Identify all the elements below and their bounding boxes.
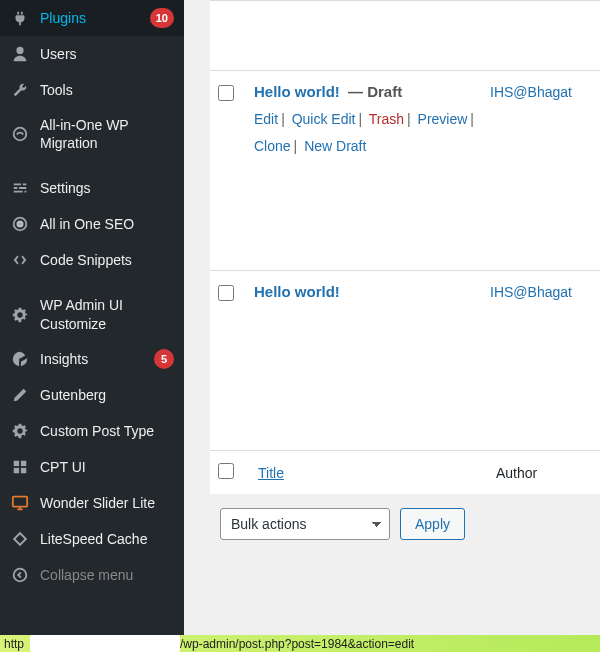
select-row-checkbox[interactable]: [218, 285, 234, 301]
sliders-icon: [10, 178, 30, 198]
sidebar-item-tools[interactable]: Tools: [0, 72, 184, 108]
grid-icon: [10, 457, 30, 477]
admin-sidebar: Plugins 10 Users Tools All-in-One WP Mig…: [0, 0, 184, 635]
sidebar-item-label: Plugins: [40, 9, 136, 27]
trash-link[interactable]: Trash: [369, 111, 404, 127]
sidebar-item-label: All in One SEO: [40, 215, 174, 233]
sidebar-item-code-snippets[interactable]: Code Snippets: [0, 242, 184, 278]
collapse-icon: [10, 565, 30, 585]
sidebar-item-litespeed-cache[interactable]: LiteSpeed Cache: [0, 521, 184, 557]
sidebar-item-custom-post-type[interactable]: Custom Post Type: [0, 413, 184, 449]
plug-icon: [10, 8, 30, 28]
update-badge: 10: [150, 8, 174, 28]
collapse-menu[interactable]: Collapse menu: [0, 557, 184, 593]
sidebar-item-label: All-in-One WP Migration: [40, 116, 174, 152]
new-draft-link[interactable]: New Draft: [304, 138, 366, 154]
redacted-mask: [30, 635, 180, 652]
post-status: — Draft: [348, 83, 402, 100]
author-link[interactable]: IHS@Bhagat: [490, 84, 572, 100]
select-row-checkbox[interactable]: [218, 85, 234, 101]
sidebar-item-cpt-ui[interactable]: CPT UI: [0, 449, 184, 485]
svg-rect-6: [21, 468, 26, 473]
sidebar-item-label: LiteSpeed Cache: [40, 530, 174, 548]
sidebar-item-label: CPT UI: [40, 458, 174, 476]
column-header-title[interactable]: Title: [242, 465, 496, 481]
sidebar-item-label: Collapse menu: [40, 566, 174, 584]
code-icon: [10, 250, 30, 270]
clone-link[interactable]: Clone: [254, 138, 291, 154]
edit-link[interactable]: Edit: [254, 111, 278, 127]
status-url-right: /wp-admin/post.php?post=1984&action=edit: [180, 635, 414, 652]
sidebar-item-label: Settings: [40, 179, 174, 197]
svg-rect-4: [21, 460, 26, 465]
table-row: Hello world! — Draft Edit| Quick Edit| T…: [210, 70, 600, 270]
quick-edit-link[interactable]: Quick Edit: [292, 111, 356, 127]
sidebar-item-plugins[interactable]: Plugins 10: [0, 0, 184, 36]
sidebar-item-label: Custom Post Type: [40, 422, 174, 440]
diamond-icon: [10, 529, 30, 549]
post-title: Hello world!: [254, 283, 482, 300]
update-badge: 5: [154, 349, 174, 369]
status-url-left: http: [0, 637, 24, 651]
table-row-partial: [210, 0, 600, 70]
post-title-link[interactable]: Hello world!: [254, 83, 340, 100]
sidebar-item-label: Wonder Slider Lite: [40, 494, 174, 512]
content-area: Hello world! — Draft Edit| Quick Edit| T…: [184, 0, 600, 635]
sidebar-item-wonder-slider-lite[interactable]: Wonder Slider Lite: [0, 485, 184, 521]
sidebar-item-label: WP Admin UI Customize: [40, 296, 174, 332]
monitor-icon: [10, 493, 30, 513]
post-title-link[interactable]: Hello world!: [254, 283, 340, 300]
table-footer: Title Author: [210, 450, 600, 494]
seo-target-icon: [10, 214, 30, 234]
sidebar-item-settings[interactable]: Settings: [0, 170, 184, 206]
sidebar-item-gutenberg[interactable]: Gutenberg: [0, 377, 184, 413]
sidebar-item-label: Tools: [40, 81, 174, 99]
menu-separator: [0, 278, 184, 288]
sidebar-item-users[interactable]: Users: [0, 36, 184, 72]
row-actions: Edit| Quick Edit| Trash| Preview| Clone|…: [254, 106, 482, 159]
svg-rect-7: [13, 496, 27, 506]
sidebar-item-all-in-one-seo[interactable]: All in One SEO: [0, 206, 184, 242]
table-row: Hello world! IHS@Bhagat: [210, 270, 600, 450]
svg-rect-5: [14, 468, 19, 473]
menu-separator: [0, 160, 184, 170]
browser-status-bar: http /wp-admin/post.php?post=1984&action…: [0, 635, 600, 652]
select-all-checkbox[interactable]: [218, 463, 234, 479]
preview-link[interactable]: Preview: [418, 111, 468, 127]
svg-point-2: [17, 222, 22, 227]
sidebar-item-label: Gutenberg: [40, 386, 174, 404]
sidebar-item-label: Code Snippets: [40, 251, 174, 269]
svg-point-0: [14, 128, 27, 141]
sidebar-item-all-in-one-wp-migration[interactable]: All-in-One WP Migration: [0, 108, 184, 160]
sidebar-item-label: Insights: [40, 350, 140, 368]
gear-icon: [10, 421, 30, 441]
sidebar-item-label: Users: [40, 45, 174, 63]
insights-icon: [10, 349, 30, 369]
post-title: Hello world! — Draft: [254, 83, 482, 100]
bulk-actions-bar: Bulk actions Apply: [184, 494, 600, 540]
svg-rect-3: [14, 460, 19, 465]
column-header-author: Author: [496, 465, 600, 481]
gear-icon: [10, 305, 30, 325]
wrench-icon: [10, 80, 30, 100]
user-icon: [10, 44, 30, 64]
sidebar-item-wp-admin-ui-customize[interactable]: WP Admin UI Customize: [0, 288, 184, 340]
author-link[interactable]: IHS@Bhagat: [490, 284, 572, 300]
pencil-icon: [10, 385, 30, 405]
sidebar-item-insights[interactable]: Insights 5: [0, 341, 184, 377]
bulk-actions-select[interactable]: Bulk actions: [220, 508, 390, 540]
posts-table: Hello world! — Draft Edit| Quick Edit| T…: [210, 0, 600, 494]
apply-button[interactable]: Apply: [400, 508, 465, 540]
migration-icon: [10, 124, 30, 144]
svg-point-8: [14, 568, 27, 581]
